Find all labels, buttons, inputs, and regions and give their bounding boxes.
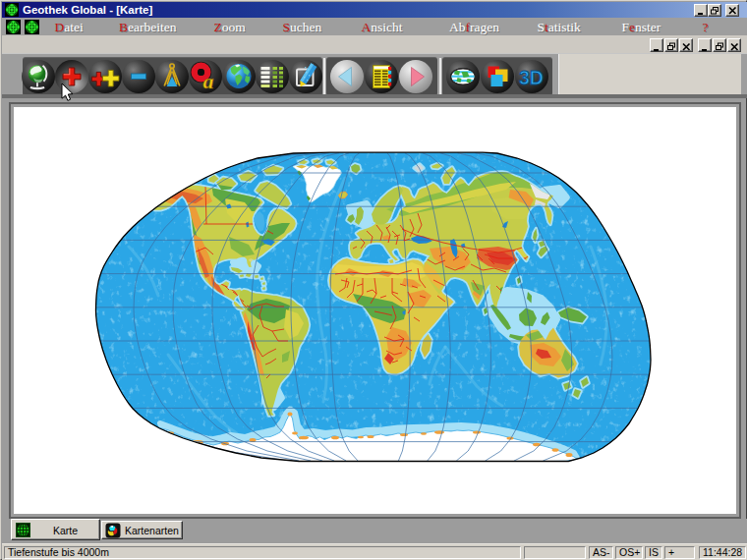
close-button[interactable] — [725, 4, 739, 17]
toolbar-view-3d-button[interactable]: 3D — [515, 60, 548, 93]
status-empty-panel — [524, 546, 586, 559]
minimize-button[interactable] — [694, 4, 708, 17]
menu-globe-icon-1[interactable] — [6, 20, 21, 34]
map-canvas[interactable] — [14, 107, 736, 514]
view-3d-icon: 3D — [515, 60, 548, 93]
menu-fenster-post: nster — [635, 20, 661, 34]
antarctic-coast-patch — [292, 432, 298, 435]
antarctic-coast-patch — [400, 433, 408, 436]
mdi-restore-button-1[interactable] — [664, 38, 678, 52]
menu-statistik[interactable]: Statistik — [538, 20, 581, 35]
menu-ansicht[interactable]: Ansicht — [362, 20, 403, 35]
antarctic-coast-patch — [566, 453, 573, 457]
status-plus-panel: + — [664, 546, 695, 559]
menu-abfragen[interactable]: Abfragen — [449, 20, 499, 35]
toolbar-earth-globe-button[interactable] — [222, 60, 256, 93]
toolbar-data-table-button[interactable] — [256, 60, 289, 93]
zoom-in-double-icon — [88, 60, 122, 93]
toolbar-desk-globe-button[interactable] — [22, 60, 55, 93]
menu-hilfe-hotkey: ? — [703, 20, 709, 34]
toolbar-zoom-in-double-button[interactable] — [88, 60, 122, 93]
land-puerto-rico — [255, 275, 259, 278]
toolbar-blank-panel — [558, 54, 741, 97]
toolbar-navigate-back-button[interactable] — [330, 60, 364, 93]
status-bar: Tiefenstufe bis 4000m AS- OS+ IS + 11:44… — [2, 543, 747, 560]
edit-map-icon — [289, 60, 322, 93]
menu-zoom[interactable]: Zoom — [214, 20, 246, 35]
toolbar-separator-2 — [439, 58, 441, 94]
menu-bar: Datei Bearbeiten Zoom Suchen Ansicht Abf… — [2, 18, 747, 35]
app-window: Geothek Global - [Karte] — [0, 0, 747, 560]
tab-bar: Karte Kartenarten — [2, 519, 747, 543]
menu-ansicht-hotkey: A — [362, 20, 372, 34]
app-globe-icon — [5, 3, 19, 17]
mdi-restore-button-2[interactable] — [713, 38, 726, 52]
menu-statistik-pre: S — [538, 20, 546, 34]
mdi-close-button-1[interactable] — [679, 38, 693, 52]
tab-kartenarten-label: Kartenarten — [125, 525, 179, 536]
map-layers-icon — [481, 60, 514, 93]
menu-zoom-hotkey: Z — [214, 20, 222, 34]
status-as-panel: AS- — [589, 546, 613, 559]
desk-globe-icon — [22, 60, 55, 93]
toolbar-compass-button[interactable] — [155, 60, 189, 93]
toolbar-zoom-out-button[interactable] — [122, 60, 155, 93]
toolbar-flat-globe-button[interactable] — [446, 60, 480, 93]
restore-button[interactable] — [708, 4, 721, 17]
antarctic-coast-patch — [288, 413, 293, 417]
menu-suchen[interactable]: Suchen — [283, 20, 322, 35]
mdi-minimize-button-2[interactable] — [698, 38, 712, 52]
menu-bearbeiten[interactable]: Bearbeiten — [119, 20, 176, 35]
antarctic-coast-patch — [421, 432, 427, 434]
mdi-close-button-2[interactable] — [727, 38, 741, 52]
toolbar-navigate-forward-button[interactable] — [399, 60, 432, 93]
toolbar-map-layers-button[interactable] — [481, 60, 514, 93]
view-3d-label: 3D — [519, 66, 544, 87]
karte-tab-globe-icon — [16, 523, 30, 537]
menu-datei-hotkey: D — [55, 20, 65, 34]
menu-ansicht-post: nsicht — [371, 20, 402, 34]
toolbar-separator-1 — [323, 58, 325, 94]
data-table-icon — [256, 60, 289, 93]
antarctic-coast-patch — [358, 436, 364, 438]
status-is-panel: IS — [645, 546, 662, 559]
menu-fenster[interactable]: Fenster — [622, 20, 661, 35]
mdi-minimize-button-1[interactable] — [650, 38, 663, 52]
antarctic-coast-patch — [299, 436, 309, 440]
tab-karte[interactable]: Karte — [11, 519, 100, 540]
menu-globe-icon-2[interactable] — [25, 20, 39, 34]
toolbar: a — [2, 53, 747, 97]
search-letter-icon: a — [189, 60, 222, 93]
menu-fenster-pre: F — [622, 20, 630, 34]
flat-globe-icon — [446, 60, 480, 93]
menu-suchen-post: uchen — [290, 20, 321, 34]
menu-bearbeiten-hotkey: B — [119, 20, 128, 34]
status-time-panel: 11:44:28 — [699, 546, 746, 559]
toolbar-shadow — [2, 94, 747, 98]
antarctic-coast-patch — [331, 436, 339, 440]
tab-karte-label: Karte — [53, 525, 78, 536]
antarctic-coast-patch — [368, 435, 374, 438]
antarctic-coast-patch — [434, 430, 444, 434]
legend-list-icon — [365, 60, 398, 93]
world-map[interactable] — [14, 107, 736, 514]
mdi-button-strip — [2, 35, 747, 53]
menu-datei-post: atei — [64, 20, 84, 34]
zoom-out-icon — [122, 60, 155, 93]
menu-statistik-post: atistik — [548, 20, 581, 34]
window-title: Geothek Global - [Karte] — [23, 4, 152, 16]
tab-kartenarten[interactable]: Kartenarten — [101, 521, 183, 539]
search-letter-glyph: a — [203, 69, 214, 93]
antarctic-coast-patch — [473, 431, 481, 434]
status-os-panel: OS+ — [615, 546, 643, 559]
menu-hilfe[interactable]: ? — [703, 20, 709, 35]
toolbar-edit-map-button[interactable] — [289, 60, 322, 93]
toolbar-legend-list-button[interactable] — [365, 60, 398, 93]
earth-globe-icon — [222, 60, 256, 93]
menu-bearbeiten-post: earbeiten — [128, 20, 176, 34]
navigate-forward-icon — [399, 60, 432, 93]
menu-datei[interactable]: Datei — [55, 20, 84, 35]
toolbar-search-letter-button[interactable]: a — [189, 60, 222, 93]
title-bar: Geothek Global - [Karte] — [2, 2, 747, 18]
menu-abfragen-pre: Ab — [449, 20, 466, 34]
